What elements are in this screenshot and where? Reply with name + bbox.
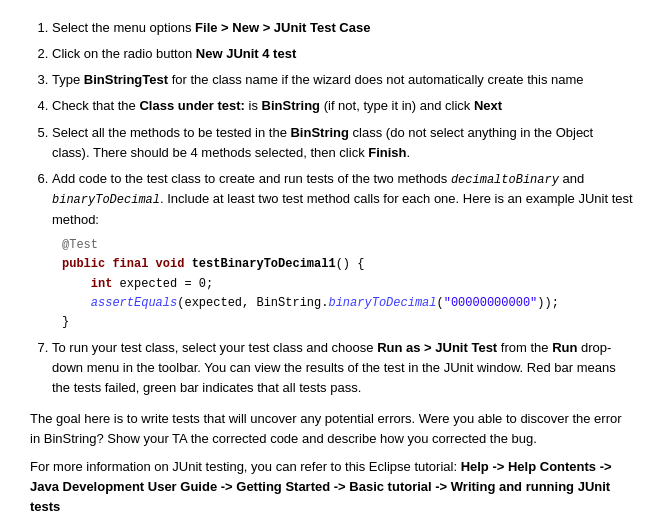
step-7: To run your test class, select your test… xyxy=(52,338,634,398)
code-line2: public final void testBinaryToDecimal1()… xyxy=(62,255,634,274)
step-1: Select the menu options File > New > JUn… xyxy=(52,18,634,38)
help-path: Help -> Help Contents -> Java Developmen… xyxy=(30,459,612,514)
step7-bold1: Run as > JUnit Test xyxy=(377,340,497,355)
code-line5: } xyxy=(62,313,634,332)
step-3: Type BinStringTest for the class name if… xyxy=(52,70,634,90)
code-line1: @Test xyxy=(62,236,634,255)
paragraph-goal: The goal here is to write tests that wil… xyxy=(30,409,634,449)
step-2: Click on the radio button New JUnit 4 te… xyxy=(52,44,634,64)
code-line4: assertEquals(expected, BinString.binaryT… xyxy=(62,294,634,313)
step1-bold: File > New > JUnit Test Case xyxy=(195,20,370,35)
step6-method1: decimaltoBinary xyxy=(451,173,559,187)
step4-bold3: Next xyxy=(474,98,502,113)
step3-bold: BinStringTest xyxy=(84,72,168,87)
paragraph-junit-info: For more information on JUnit testing, y… xyxy=(30,457,634,514)
step7-bold2: Run xyxy=(552,340,577,355)
step5-bold2: Finish xyxy=(368,145,406,160)
step6-method2: binaryToDecimal xyxy=(52,193,160,207)
code-example: @Test public final void testBinaryToDeci… xyxy=(62,236,634,332)
step2-bold: New JUnit 4 test xyxy=(196,46,296,61)
step-4: Check that the Class under test: is BinS… xyxy=(52,96,634,116)
code-line3: int expected = 0; xyxy=(62,275,634,294)
step4-bold1: Class under test: xyxy=(139,98,244,113)
instructions-list: Select the menu options File > New > JUn… xyxy=(30,18,634,399)
step-6: Add code to the test class to create and… xyxy=(52,169,634,332)
step-5: Select all the methods to be tested in t… xyxy=(52,123,634,163)
step4-bold2: BinString xyxy=(262,98,321,113)
step5-bold1: BinString xyxy=(290,125,349,140)
